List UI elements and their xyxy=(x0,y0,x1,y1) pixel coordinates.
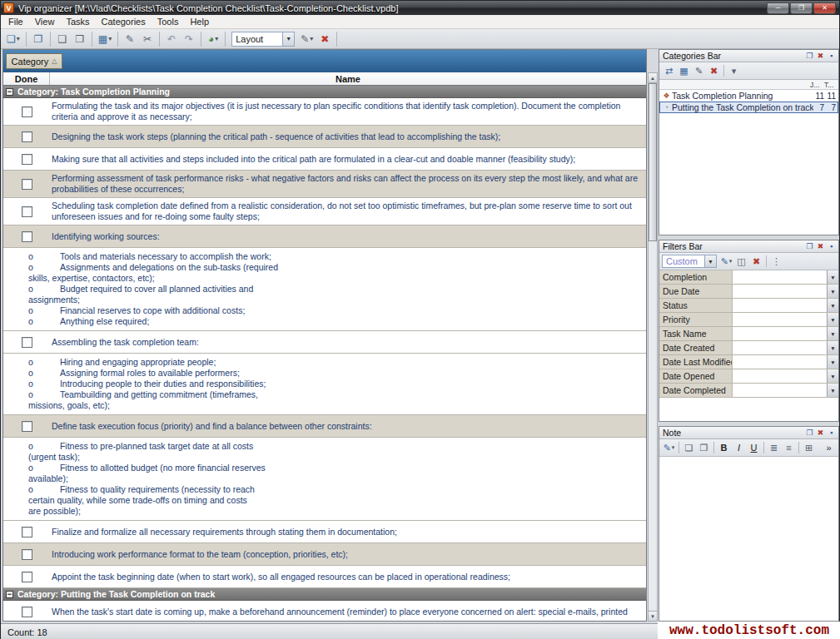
chevron-down-icon[interactable]: ▼ xyxy=(827,369,838,383)
maximize-icon[interactable]: ❐ xyxy=(804,52,815,60)
menu-help[interactable]: Help xyxy=(184,16,215,27)
minimize-button[interactable]: ─ xyxy=(767,2,789,14)
filter-field-value[interactable]: ▼ xyxy=(733,270,838,284)
filter-field-value[interactable]: ▼ xyxy=(733,313,838,326)
category-group-row[interactable]: −Category: Putting the Task Completion o… xyxy=(3,588,646,601)
task-checkbox[interactable] xyxy=(22,106,32,117)
filter-field-value[interactable]: ▼ xyxy=(733,285,838,298)
task-checkbox[interactable] xyxy=(22,549,32,560)
delete-category-icon[interactable]: ✖ xyxy=(707,64,721,78)
scroll-up-icon[interactable]: ▲ xyxy=(649,73,657,83)
more-icon[interactable]: ▾ xyxy=(727,64,741,78)
task-row[interactable]: Define task execution focus (priority) a… xyxy=(3,415,646,438)
task-checkbox[interactable] xyxy=(22,154,32,165)
task-row[interactable]: Formulating the task and its major objec… xyxy=(3,98,646,126)
task-checkbox[interactable] xyxy=(22,607,32,617)
task-checkbox[interactable] xyxy=(22,131,32,142)
chevron-down-icon[interactable]: ▼ xyxy=(827,327,838,340)
reports-icon[interactable]: ◕▾ xyxy=(205,31,221,47)
task-row[interactable]: Identifying working sources: xyxy=(3,225,646,248)
chevron-down-icon[interactable]: ▼ xyxy=(827,341,838,354)
title-bar[interactable]: V Vip organizer [M:\Vlad\Checklists\Task… xyxy=(1,1,839,15)
print-preview-icon[interactable]: ❒ xyxy=(72,31,88,47)
vertical-scrollbar[interactable]: ▲ ▼ xyxy=(648,72,658,622)
task-sublist-row[interactable]: o Tools and materials necessary to accom… xyxy=(3,248,646,331)
filter-field-value[interactable]: ▼ xyxy=(733,384,838,397)
menu-tools[interactable]: Tools xyxy=(152,16,185,27)
chevron-down-icon[interactable]: ▼ xyxy=(827,355,838,369)
chevron-down-icon[interactable]: ▼ xyxy=(827,270,838,284)
close-icon[interactable]: ✖ xyxy=(815,242,826,250)
cut-icon[interactable]: ✂ xyxy=(139,31,156,47)
filter-field-value[interactable]: ▼ xyxy=(733,369,838,383)
chevron-down-icon[interactable]: ▼ xyxy=(704,255,716,267)
add-subtask-icon[interactable]: ❐ xyxy=(30,31,47,47)
task-checkbox[interactable] xyxy=(22,572,32,582)
scrollbar-thumb[interactable] xyxy=(649,83,657,241)
done-column-header[interactable]: Done xyxy=(3,72,50,85)
more-icon[interactable]: » xyxy=(822,441,836,455)
layout-combobox[interactable]: Layout ▼ xyxy=(231,32,295,47)
clear-filter-icon[interactable]: ◫ xyxy=(734,255,748,269)
task-checkbox[interactable] xyxy=(22,527,32,537)
note-content[interactable] xyxy=(659,457,838,621)
scroll-down-icon[interactable]: ▼ xyxy=(649,611,657,621)
paste-icon[interactable]: ❐ xyxy=(697,441,711,455)
filter-field-value[interactable]: ▼ xyxy=(733,299,838,312)
collapse-icon[interactable]: − xyxy=(6,591,13,598)
maximize-icon[interactable]: ❐ xyxy=(804,242,815,250)
category-column-header-button[interactable]: Category △ xyxy=(6,53,62,69)
categories-col1-header[interactable]: J... xyxy=(810,80,824,89)
italic-icon[interactable]: I xyxy=(732,441,746,455)
filter-field-value[interactable]: ▼ xyxy=(733,355,838,369)
edit-note-icon[interactable]: ✎▾ xyxy=(662,441,676,455)
numbered-list-icon[interactable]: ≣ xyxy=(767,441,781,455)
task-checkbox[interactable] xyxy=(22,179,32,190)
filter-field-value[interactable]: ▼ xyxy=(733,341,838,354)
close-icon[interactable]: ✖ xyxy=(815,428,826,437)
task-row[interactable]: Finalize and formalize all necessary req… xyxy=(3,521,646,543)
task-row[interactable]: Introducing work performance format to t… xyxy=(3,543,646,566)
pin-icon[interactable]: ▪ xyxy=(826,428,837,437)
task-row[interactable]: Making sure that all activities and step… xyxy=(3,148,646,171)
new-task-icon[interactable]: ❏▾ xyxy=(4,31,22,47)
menu-file[interactable]: File xyxy=(2,16,29,27)
category-group-row[interactable]: −Category: Task Completion Planning xyxy=(3,86,646,98)
chevron-down-icon[interactable]: ▼ xyxy=(827,313,838,326)
task-checkbox[interactable] xyxy=(22,337,32,348)
collapse-icon[interactable]: − xyxy=(6,88,13,96)
undo-icon[interactable]: ↶ xyxy=(163,31,180,47)
categories-col2-header[interactable]: T... xyxy=(824,80,838,89)
filter-preset-combobox[interactable]: Custom ▼ xyxy=(662,255,717,268)
menu-categories[interactable]: Categories xyxy=(96,16,152,27)
redo-icon[interactable]: ↷ xyxy=(181,31,197,47)
move-task-to-category-icon[interactable]: ⇄ xyxy=(662,64,676,78)
pin-icon[interactable]: ▪ xyxy=(826,242,837,250)
edit-category-icon[interactable]: ✎ xyxy=(692,64,706,78)
apply-filter-icon[interactable]: ✎▾ xyxy=(719,255,733,269)
maximize-icon[interactable]: ❐ xyxy=(804,428,815,437)
category-list-item[interactable]: ◔Putting the Task Completion on track77 xyxy=(659,102,838,113)
menu-view[interactable]: View xyxy=(29,16,61,27)
task-row[interactable]: Designing the task work steps (planning … xyxy=(3,126,646,148)
delete-layout-icon[interactable]: ✖ xyxy=(316,31,333,47)
task-row[interactable]: Scheduling task completion date defined … xyxy=(3,198,646,225)
edit-layout-icon[interactable]: ✎▾ xyxy=(298,31,316,47)
task-row[interactable]: Assembling the task completion team: xyxy=(3,331,646,354)
task-checkbox[interactable] xyxy=(22,231,32,242)
chevron-down-icon[interactable]: ▼ xyxy=(827,299,838,312)
task-row[interactable]: When the task's start date is coming up,… xyxy=(3,601,646,621)
insert-icon[interactable]: ❏ xyxy=(682,441,696,455)
chevron-down-icon[interactable]: ▼ xyxy=(282,32,294,46)
close-button[interactable]: ✕ xyxy=(813,2,836,14)
chevron-down-icon[interactable]: ▼ xyxy=(827,285,838,298)
bold-icon[interactable]: B xyxy=(717,441,731,455)
filter-field-value[interactable]: ▼ xyxy=(733,327,838,340)
bullet-list-icon[interactable]: ≡ xyxy=(782,441,796,455)
indent-icon[interactable]: ⊞ xyxy=(802,441,816,455)
category-list-item[interactable]: ❖Task Completion Planning1111 xyxy=(659,90,838,102)
task-sublist-row[interactable]: o Fitness to pre-planned task target dat… xyxy=(3,438,646,521)
more-icon[interactable]: ⋮ xyxy=(769,255,783,269)
name-column-header[interactable]: Name xyxy=(50,72,646,85)
scrollbar-track[interactable] xyxy=(649,83,657,611)
